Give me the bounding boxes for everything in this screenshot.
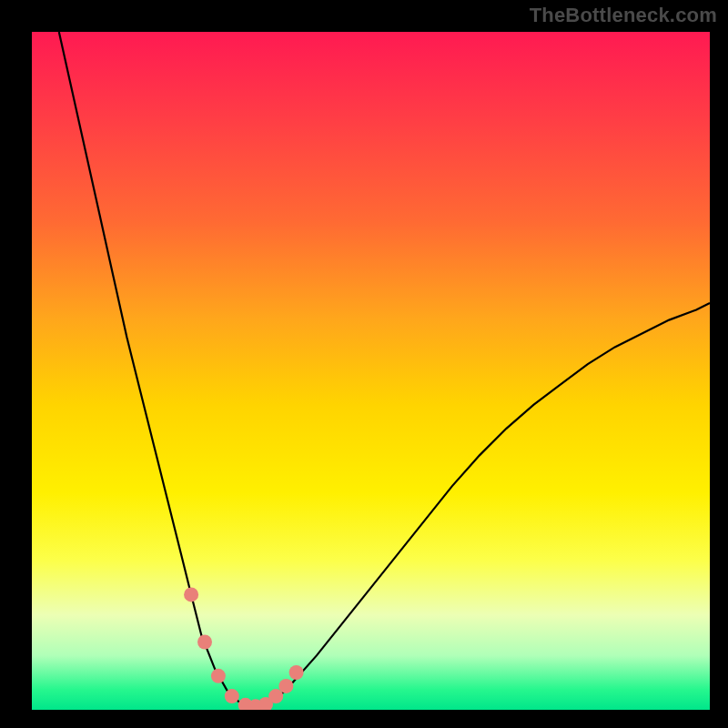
highlight-marker [289, 665, 304, 680]
curve-layer [32, 32, 710, 710]
highlight-marker [211, 669, 226, 683]
highlight-marker [278, 679, 293, 693]
highlight-marker [197, 635, 212, 650]
highlight-markers [184, 587, 304, 710]
highlight-marker [184, 587, 198, 602]
watermark-text: TheBottleneck.com [530, 4, 717, 27]
bottleneck-curve [59, 32, 710, 708]
highlight-marker [225, 689, 239, 703]
plot-area [32, 32, 710, 710]
chart-outer-frame: TheBottleneck.com [0, 0, 728, 728]
